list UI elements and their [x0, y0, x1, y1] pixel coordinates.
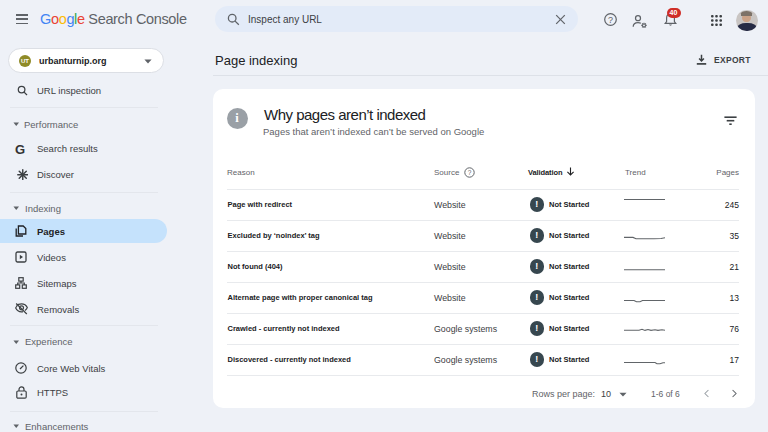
svg-text:?: ? — [467, 169, 471, 176]
svg-text:?: ? — [608, 15, 613, 25]
